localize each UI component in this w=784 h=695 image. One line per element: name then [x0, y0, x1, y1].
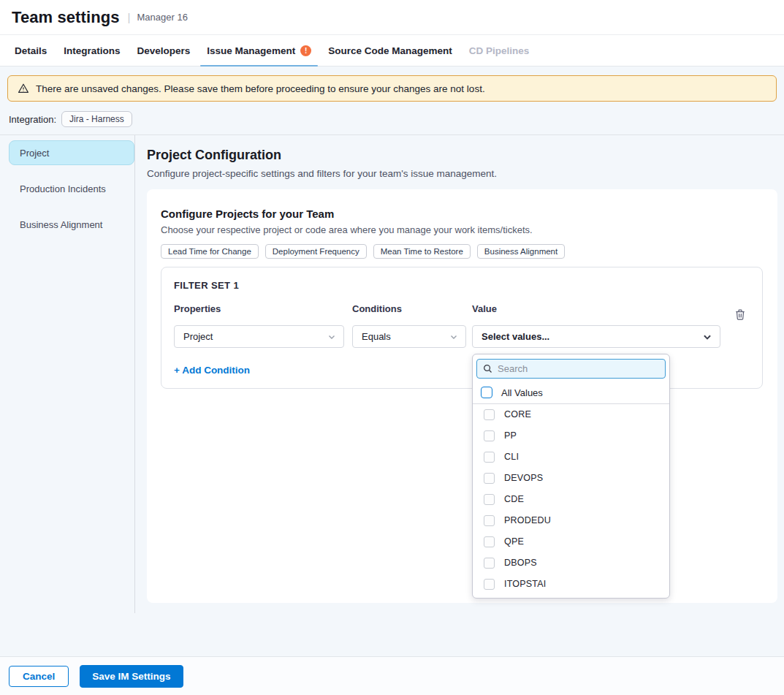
- team-settings-page: Team settings | Manager 16 Details Integ…: [0, 0, 784, 695]
- metric-chips-row: Lead Time for Change Deployment Frequenc…: [161, 244, 763, 259]
- sidebar-item-business-alignment[interactable]: Business Alignment: [9, 212, 134, 237]
- option-label: PRODEDU: [504, 515, 551, 526]
- main-panel: Project Configuration Configure project-…: [135, 135, 784, 613]
- unsaved-changes-banner: There are unsaved changes. Please save t…: [7, 75, 777, 102]
- option-prodedu[interactable]: PRODEDU: [473, 510, 669, 531]
- option-checkbox[interactable]: [484, 430, 495, 441]
- configure-projects-card: Configure Projects for your Team Choose …: [147, 189, 777, 603]
- option-checkbox[interactable]: [484, 473, 495, 484]
- option-label: QPE: [504, 536, 524, 547]
- card-subtitle: Choose your respective project or code a…: [161, 224, 763, 235]
- option-label: All Values: [501, 387, 543, 398]
- condition-select-value: Equals: [362, 331, 391, 342]
- chip-mean-time-to-restore[interactable]: Mean Time to Restore: [373, 244, 471, 259]
- section-subtitle: Configure project-specific settings and …: [147, 168, 777, 179]
- filter-set-title: FILTER SET 1: [174, 280, 750, 291]
- chevron-down-icon: [702, 332, 712, 342]
- tab-source-code-management[interactable]: Source Code Management: [327, 35, 454, 66]
- title-separator: |: [128, 11, 131, 23]
- option-checkbox[interactable]: [484, 409, 495, 420]
- tab-label: Integrations: [64, 45, 120, 56]
- chevron-down-icon: [449, 333, 458, 341]
- team-name-label: Manager 16: [137, 12, 188, 23]
- tab-label: CD Pipelines: [469, 45, 530, 56]
- option-label: ITOPSTAI: [504, 579, 546, 590]
- option-all-values[interactable]: All Values: [473, 382, 669, 404]
- tab-cd-pipelines: CD Pipelines: [468, 35, 531, 66]
- property-select[interactable]: Project: [174, 325, 344, 348]
- option-checkbox[interactable]: [484, 515, 495, 526]
- option-cde[interactable]: CDE: [473, 489, 669, 510]
- page-title: Team settings: [12, 8, 120, 27]
- chip-deployment-frequency[interactable]: Deployment Frequency: [265, 244, 367, 259]
- card-title: Configure Projects for your Team: [161, 208, 763, 220]
- tab-label: Source Code Management: [328, 45, 452, 56]
- tab-label: Details: [15, 45, 47, 56]
- condition-select[interactable]: Equals: [352, 325, 466, 348]
- banner-text: There are unsaved changes. Please save t…: [36, 83, 485, 94]
- sidebar-item-label: Project: [20, 148, 49, 159]
- settings-sidebar: Project Production Incidents Business Al…: [0, 135, 135, 613]
- option-checkbox[interactable]: [484, 494, 495, 505]
- cancel-button[interactable]: Cancel: [9, 666, 69, 687]
- app-header: Team settings | Manager 16: [0, 0, 784, 35]
- dropdown-search-box: [476, 359, 666, 379]
- value-select-placeholder: Select values...: [482, 331, 549, 342]
- integration-row: Integration: Jira - Harness: [9, 111, 784, 127]
- chip-business-alignment[interactable]: Business Alignment: [477, 244, 565, 259]
- option-label: CLI: [504, 452, 519, 463]
- option-qpe[interactable]: QPE: [473, 531, 669, 552]
- option-label: CDE: [504, 494, 524, 505]
- option-checkbox[interactable]: [484, 536, 495, 547]
- option-checkbox[interactable]: [484, 452, 495, 463]
- tab-developers[interactable]: Developers: [136, 35, 192, 66]
- chevron-down-icon: [327, 333, 336, 341]
- option-pipe[interactable]: PIPE: [473, 595, 669, 599]
- content-wrap: Project Production Incidents Business Al…: [0, 135, 784, 613]
- option-checkbox[interactable]: [484, 579, 495, 590]
- tab-label: Developers: [137, 45, 191, 56]
- section-title: Project Configuration: [147, 148, 777, 163]
- page-body: There are unsaved changes. Please save t…: [0, 67, 784, 695]
- option-pp[interactable]: PP: [473, 425, 669, 447]
- option-cli[interactable]: CLI: [473, 447, 669, 468]
- search-icon: [483, 364, 492, 373]
- tab-label: Issue Management: [207, 45, 295, 56]
- dropdown-search-input[interactable]: [498, 363, 659, 374]
- option-label: DBOPS: [504, 558, 537, 569]
- sidebar-item-production-incidents[interactable]: Production Incidents: [9, 176, 134, 201]
- trash-icon: [734, 308, 746, 323]
- filter-set-1: FILTER SET 1 Properties Project: [161, 267, 763, 389]
- conditions-column-header: Conditions: [352, 303, 466, 314]
- tab-details[interactable]: Details: [13, 35, 48, 66]
- sidebar-item-label: Business Alignment: [20, 219, 102, 230]
- value-dropdown-panel: All Values CORE PP: [472, 354, 670, 599]
- footer-actions: Cancel Save IM Settings: [0, 656, 784, 695]
- spacer: [0, 613, 784, 656]
- property-select-value: Project: [183, 331, 213, 342]
- integration-chip[interactable]: Jira - Harness: [61, 111, 132, 127]
- value-column-header: Value: [472, 303, 720, 314]
- delete-condition-button[interactable]: [734, 308, 746, 323]
- warning-triangle-icon: [18, 83, 29, 94]
- all-values-checkbox[interactable]: [481, 387, 492, 398]
- sidebar-item-project[interactable]: Project: [9, 140, 134, 165]
- option-core[interactable]: CORE: [473, 404, 669, 425]
- filter-header-row: Properties Project Conditions: [174, 303, 750, 348]
- integration-label: Integration:: [9, 114, 56, 125]
- unsaved-alert-badge-icon: !: [300, 45, 311, 56]
- chip-lead-time-for-change[interactable]: Lead Time for Change: [161, 244, 259, 259]
- sidebar-item-label: Production Incidents: [20, 183, 106, 194]
- save-im-settings-button[interactable]: Save IM Settings: [80, 665, 183, 688]
- tab-issue-management[interactable]: Issue Management !: [205, 35, 313, 66]
- option-checkbox[interactable]: [484, 558, 495, 569]
- option-label: CORE: [504, 409, 531, 420]
- option-devops[interactable]: DEVOPS: [473, 468, 669, 489]
- tab-integrations[interactable]: Integrations: [62, 35, 121, 66]
- add-condition-button[interactable]: + Add Condition: [174, 365, 250, 376]
- option-dbops[interactable]: DBOPS: [473, 552, 669, 574]
- value-multiselect[interactable]: Select values...: [472, 325, 720, 348]
- option-label: PP: [504, 430, 517, 441]
- option-itopstai[interactable]: ITOPSTAI: [473, 574, 669, 595]
- settings-tabs: Details Integrations Developers Issue Ma…: [0, 35, 784, 67]
